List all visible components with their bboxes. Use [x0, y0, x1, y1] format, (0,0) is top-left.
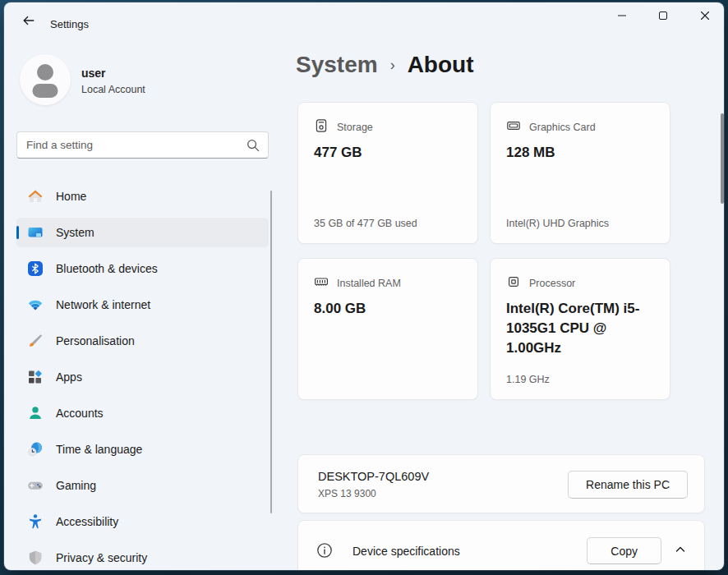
- personalisation-icon: [27, 333, 44, 349]
- sidebar-item-label: System: [56, 226, 94, 239]
- sidebar-item-label: Time & language: [56, 443, 142, 456]
- sidebar-item-home[interactable]: Home: [16, 182, 269, 211]
- stat-card-label: Storage: [337, 122, 373, 133]
- app-title: Settings: [50, 18, 89, 30]
- sidebar-item-personalisation[interactable]: Personalisation: [16, 326, 269, 356]
- breadcrumb: System › About: [296, 52, 473, 78]
- home-icon: [27, 188, 44, 205]
- network-icon: [27, 297, 44, 313]
- breadcrumb-system-link[interactable]: System: [296, 52, 378, 78]
- content-scrollbar[interactable]: [721, 113, 724, 204]
- stat-card-footer: 1.19 GHz: [506, 374, 550, 385]
- minimize-button[interactable]: [603, 2, 641, 30]
- sidebar-item-label: Gaming: [56, 479, 96, 492]
- storage-icon: [314, 118, 329, 136]
- selected-accent-bar: [16, 226, 19, 239]
- sidebar-item-system[interactable]: System: [16, 218, 269, 247]
- sidebar-item-privacy-security[interactable]: Privacy & security: [16, 543, 269, 570]
- maximize-icon: [658, 9, 668, 24]
- stat-card-label: Installed RAM: [337, 278, 401, 289]
- sidebar-item-apps[interactable]: Apps: [16, 362, 269, 392]
- search-icon: [246, 138, 260, 156]
- sidebar-item-network-internet[interactable]: Network & internet: [16, 290, 269, 320]
- maximize-button[interactable]: [644, 2, 682, 30]
- minimize-icon: [617, 9, 627, 24]
- user-icon: [20, 53, 71, 107]
- sidebar-item-bluetooth-devices[interactable]: Bluetooth & devices: [16, 254, 269, 283]
- accounts-icon: [27, 405, 44, 421]
- collapse-expander[interactable]: [670, 540, 691, 562]
- chevron-up-icon: [674, 543, 687, 559]
- stat-card-value: 128 MB: [506, 143, 655, 163]
- page-title: About: [408, 52, 474, 78]
- stat-card-footer: Intel(R) UHD Graphics: [506, 218, 609, 229]
- graphics-card-icon: [506, 118, 521, 136]
- accessibility-icon: [27, 513, 44, 530]
- stat-card-grid: Storage 477 GB 35 GB of 477 GB used Grap…: [297, 102, 670, 400]
- close-button[interactable]: [686, 2, 724, 30]
- storage-card: Storage 477 GB 35 GB of 477 GB used: [297, 102, 478, 244]
- stat-card-value: 8.00 GB: [314, 299, 463, 319]
- stat-card-value: 477 GB: [314, 143, 463, 163]
- processor-icon: [506, 274, 521, 292]
- sidebar-item-accessibility[interactable]: Accessibility: [16, 507, 269, 536]
- stat-card-label: Processor: [529, 278, 575, 289]
- close-icon: [700, 9, 710, 24]
- sidebar-item-label: Network & internet: [56, 298, 150, 311]
- sidebar-scrollbar[interactable]: [270, 191, 272, 513]
- device-specifications-card[interactable]: Device specifications Copy: [297, 520, 705, 570]
- system-icon: [27, 224, 44, 241]
- device-specifications-title: Device specifications: [352, 545, 460, 558]
- bluetooth-icon: [27, 260, 44, 277]
- gaming-icon: [27, 477, 44, 494]
- back-arrow-icon: [21, 13, 36, 31]
- profile-name: user: [81, 67, 106, 80]
- sidebar-item-label: Home: [56, 190, 86, 203]
- search-box: [16, 131, 269, 159]
- sidebar-item-time-language[interactable]: Time & language: [16, 435, 269, 464]
- back-button[interactable]: [16, 12, 41, 33]
- sidebar-item-gaming[interactable]: Gaming: [16, 471, 269, 500]
- search-input[interactable]: [17, 132, 268, 158]
- copy-button[interactable]: Copy: [587, 537, 661, 564]
- stat-card-label: Graphics Card: [529, 122, 596, 133]
- device-model: XPS 13 9300: [318, 488, 376, 499]
- sidebar-item-label: Bluetooth & devices: [56, 262, 158, 275]
- privacy-security-icon: [27, 550, 44, 566]
- sidebar-item-label: Accessibility: [56, 515, 118, 528]
- device-name-card: DESKTOP-7QL609V XPS 13 9300 Rename this …: [297, 454, 705, 513]
- avatar[interactable]: [20, 54, 71, 105]
- sidebar-item-label: Privacy & security: [56, 551, 147, 564]
- time-language-icon: [27, 441, 44, 458]
- info-icon: [316, 541, 334, 559]
- sidebar-item-label: Apps: [56, 370, 82, 384]
- installed-ram-card: Installed RAM 8.00 GB: [297, 258, 478, 400]
- apps-icon: [27, 369, 44, 385]
- sidebar-item-label: Personalisation: [56, 334, 135, 347]
- sidebar-nav: Home System Bluetooth & devices Network …: [16, 182, 269, 570]
- device-name: DESKTOP-7QL609V: [318, 470, 429, 483]
- profile-account-type: Local Account: [81, 84, 145, 95]
- stat-card-value: Intel(R) Core(TM) i5-1035G1 CPU @ 1.00GH…: [506, 299, 655, 358]
- sidebar-item-label: Accounts: [56, 407, 104, 420]
- processor-card: Processor Intel(R) Core(TM) i5-1035G1 CP…: [490, 258, 670, 400]
- settings-window: Settings user Local Account: [4, 2, 724, 570]
- sidebar-item-accounts[interactable]: Accounts: [16, 398, 269, 428]
- stat-card-footer: 35 GB of 477 GB used: [314, 218, 417, 229]
- graphics-card-card: Graphics Card 128 MB Intel(R) UHD Graphi…: [490, 102, 670, 244]
- rename-pc-button[interactable]: Rename this PC: [568, 471, 688, 499]
- ram-icon: [314, 274, 329, 292]
- breadcrumb-separator-icon: ›: [390, 57, 395, 74]
